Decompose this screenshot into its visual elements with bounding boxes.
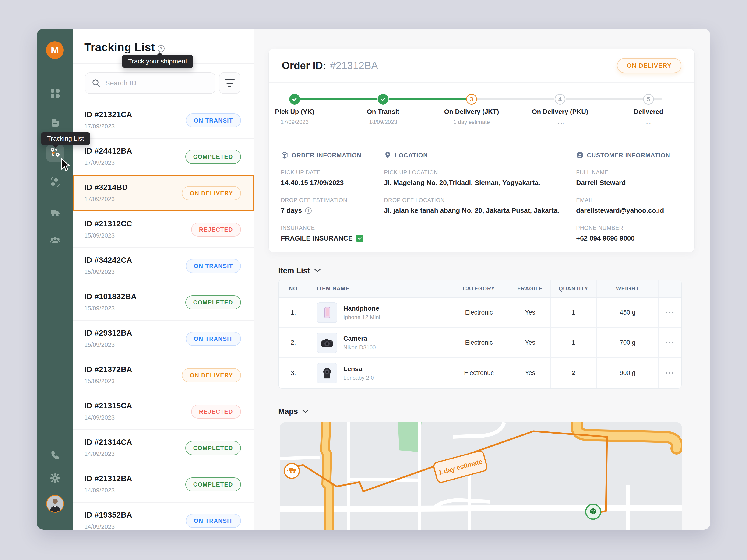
order-id-value: #21312BA — [330, 60, 378, 72]
list-item[interactable]: ID #101832BA 15/09/2023 COMPLETED — [73, 284, 254, 321]
customer-information-column: CUSTOMER INFORMATION FULL NAME Darrell S… — [576, 152, 686, 242]
order-id: ID #21312BA — [84, 474, 132, 483]
row-number: 2. — [279, 328, 308, 357]
column-header: FRAGILE — [510, 280, 551, 297]
row-menu-icon[interactable]: ••• — [665, 339, 674, 346]
order-id-label: Order ID: — [282, 60, 326, 72]
field-label: PICK UP DATE — [281, 169, 381, 176]
field-value: Jl. jalan ke tanah abang No. 20, Jakarta… — [384, 207, 568, 214]
filter-button[interactable] — [219, 72, 240, 94]
step-label: On Transit — [339, 108, 428, 115]
user-avatar[interactable] — [46, 495, 64, 513]
order-date: 15/09/2023 — [84, 305, 114, 312]
sidebar-item-customers[interactable] — [50, 235, 60, 246]
item-variant: Lensaby 2.0 — [343, 374, 374, 381]
item-weight: 900 g — [597, 358, 659, 388]
row-number: 1. — [279, 298, 308, 327]
order-id: ID #21314CA — [84, 438, 132, 447]
row-number: 3. — [279, 358, 308, 388]
sidebar-item-fleet[interactable] — [50, 208, 60, 218]
brand-logo[interactable]: M — [46, 41, 64, 59]
order-id: ID #34242CA — [84, 256, 132, 265]
list-item[interactable]: ID #34242CA 15/09/2023 ON TRANSIT — [73, 248, 254, 284]
step-sub: 1 day estimate — [427, 119, 516, 125]
order-date: 15/09/2023 — [84, 268, 114, 275]
users-icon — [50, 235, 60, 246]
list-item[interactable]: ID #21312BA 14/09/2023 COMPLETED — [73, 466, 254, 503]
list-item[interactable]: ID #21315CA 14/09/2023 REJECTED — [73, 393, 254, 430]
list-item[interactable]: ID #21321CA 17/09/2023 ON TRANSIT — [73, 102, 254, 139]
list-item[interactable]: ID #29312BA 15/09/2023 ON TRANSIT — [73, 321, 254, 357]
order-detail-panel: Order ID: #21312BA ON DELIVERY 3 4 5 — [254, 29, 710, 530]
list-item-selected[interactable]: ID #3214BD 17/09/2023 ON DELIVERY — [73, 175, 254, 211]
list-item[interactable]: ID #21312CC 15/09/2023 REJECTED — [73, 211, 254, 248]
order-id: ID #21315CA — [84, 401, 132, 410]
sidebar-item-orders[interactable] — [50, 117, 60, 128]
list-item[interactable]: ID #21372BA 15/09/2023 ON DELIVERY — [73, 357, 254, 393]
column-header: NO — [279, 280, 308, 297]
step-circle-done — [378, 94, 388, 105]
order-id: ID #24412BA — [84, 146, 132, 155]
column-header: CATEGORY — [448, 280, 510, 297]
list-item[interactable]: ID #21314CA 14/09/2023 COMPLETED — [73, 430, 254, 466]
field-label: INSURANCE — [281, 225, 381, 231]
step-connector — [388, 99, 466, 100]
item-thumbnail-camera — [317, 332, 337, 353]
map-canvas[interactable]: 1 day estimate — [280, 422, 681, 530]
order-date: 15/09/2023 — [84, 377, 114, 385]
dashboard-grid-icon — [50, 88, 60, 99]
item-list-heading[interactable]: Item List — [278, 266, 321, 275]
item-quantity: 2 — [551, 358, 597, 388]
sidebar-item-dashboard[interactable] — [50, 88, 60, 99]
field-label: PHONE NUMBER — [576, 225, 686, 231]
tooltip-arrow — [52, 145, 59, 148]
row-menu-icon[interactable]: ••• — [665, 369, 674, 377]
order-id: ID #21321CA — [84, 110, 132, 119]
document-icon — [50, 117, 60, 128]
order-information-column: ORDER INFORMATION PICK UP DATE 14:40:15 … — [281, 152, 381, 242]
tracking-items: ID #21321CA 17/09/2023 ON TRANSIT ID #24… — [73, 102, 254, 530]
item-weight: 450 g — [597, 298, 659, 327]
sidebar-item-support[interactable] — [50, 450, 60, 460]
sidebar-item-packages[interactable] — [50, 177, 60, 187]
status-badge: COMPLETED — [185, 150, 241, 164]
step-label: Delivered — [604, 108, 693, 115]
step-circle-done — [289, 94, 300, 105]
item-name: Handphone — [343, 305, 380, 312]
step-circle-todo: 4 — [555, 94, 565, 105]
check-badge-icon — [356, 235, 363, 242]
destination-marker-icon — [586, 504, 601, 519]
help-icon[interactable]: ? — [158, 45, 164, 52]
status-badge: ON TRANSIT — [186, 332, 241, 346]
sidebar-item-settings[interactable] — [50, 473, 60, 483]
field-label: FULL NAME — [576, 169, 686, 176]
chevron-down-icon — [314, 269, 321, 273]
list-item[interactable]: ID #24412BA 17/09/2023 COMPLETED — [73, 139, 254, 175]
order-id: ID #3214BD — [84, 183, 128, 192]
step-connector — [654, 99, 662, 100]
item-thumbnail-phone — [317, 302, 337, 323]
search-input[interactable] — [105, 79, 206, 87]
id-card-icon — [576, 152, 584, 159]
field-label: EMAIL — [576, 197, 686, 204]
shipment-stepper: 3 4 5 Pick Up (YK) On Transit On Deliver… — [269, 83, 694, 138]
sidebar-tooltip-label: Tracking List — [47, 135, 84, 142]
field-label: DROP OFF ESTIMATION — [281, 197, 381, 204]
order-card: Order ID: #21312BA ON DELIVERY 3 4 5 — [268, 49, 695, 252]
order-date: 14/09/2023 — [84, 487, 114, 494]
step-label: Pick Up (YK) — [250, 108, 339, 115]
order-date: 14/09/2023 — [84, 414, 114, 421]
route-tracking-icon — [49, 147, 61, 159]
help-icon[interactable]: ? — [305, 208, 312, 214]
item-fragile: Yes — [510, 358, 551, 388]
field-label: PICK UP LOCATION — [384, 169, 568, 176]
item-category: Electronic — [448, 328, 510, 357]
column-header-actions — [659, 280, 681, 297]
search-icon — [92, 79, 101, 87]
order-id: ID #19352BA — [84, 510, 132, 519]
step-sub: 17/09/2023 — [250, 119, 339, 125]
maps-heading[interactable]: Maps — [278, 407, 309, 416]
column-header: WEIGHT — [597, 280, 659, 297]
row-menu-icon[interactable]: ••• — [665, 309, 674, 316]
list-item[interactable]: ID #19352BA 14/09/2023 ON TRANSIT — [73, 503, 254, 530]
